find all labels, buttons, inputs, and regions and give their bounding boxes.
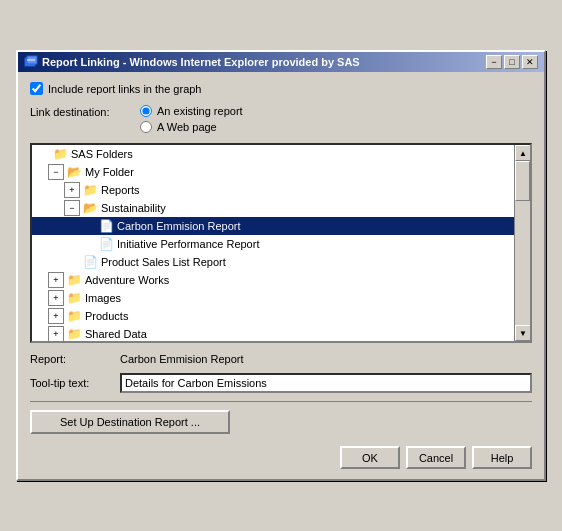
tree-item-products[interactable]: + 📁 Products [32, 307, 514, 325]
help-button[interactable]: Help [472, 446, 532, 469]
titlebar-buttons: − □ ✕ [486, 55, 538, 69]
tree-label-carbon-emmision: Carbon Emmision Report [117, 220, 241, 232]
tree-item-sas-folders[interactable]: 📁 SAS Folders [32, 145, 514, 163]
scroll-up-button[interactable]: ▲ [515, 145, 531, 161]
include-links-checkbox[interactable] [30, 82, 43, 95]
tree-label-product-sales: Product Sales List Report [101, 256, 226, 268]
tree-label-sustainability: Sustainability [101, 202, 166, 214]
radio-web-page: A Web page [140, 121, 243, 133]
expander-adventure-works[interactable]: + [48, 272, 64, 288]
folder-icon-adventure-works: 📁 [66, 272, 82, 288]
scrollbar-thumb-area [515, 161, 530, 325]
tree-item-adventure-works[interactable]: + 📁 Adventure Works [32, 271, 514, 289]
scroll-down-button[interactable]: ▼ [515, 325, 531, 341]
cancel-button[interactable]: Cancel [406, 446, 466, 469]
bottom-section: Set Up Destination Report ... OK Cancel … [30, 410, 532, 469]
tree-item-product-sales[interactable]: 📄 Product Sales List Report [32, 253, 514, 271]
report-icon-product-sales: 📄 [82, 254, 98, 270]
expander-images[interactable]: + [48, 290, 64, 306]
tree-label-products: Products [85, 310, 128, 322]
link-destination-label: Link destination: [30, 105, 140, 118]
tree-label-reports: Reports [101, 184, 140, 196]
report-row: Report: Carbon Emmision Report [30, 353, 532, 365]
expander-products[interactable]: + [48, 308, 64, 324]
dialog-window: Report Linking - Windows Internet Explor… [16, 50, 546, 481]
window-title: Report Linking - Windows Internet Explor… [42, 56, 360, 68]
radio-existing-input[interactable] [140, 105, 152, 117]
report-icon-initiative: 📄 [98, 236, 114, 252]
tree-item-shared-data[interactable]: + 📁 Shared Data [32, 325, 514, 341]
include-links-label: Include report links in the graph [48, 83, 201, 95]
tree-scroll[interactable]: 📁 SAS Folders − 📂 My Folder + 📁 Reports [32, 145, 514, 341]
tooltip-row: Tool-tip text: [30, 373, 532, 393]
tree-container: 📁 SAS Folders − 📂 My Folder + 📁 Reports [30, 143, 532, 343]
tree-item-my-folder[interactable]: − 📂 My Folder [32, 163, 514, 181]
folder-icon-products: 📁 [66, 308, 82, 324]
expander-shared-data[interactable]: + [48, 326, 64, 341]
scrollbar-thumb[interactable] [515, 161, 530, 201]
tree-item-sustainability[interactable]: − 📂 Sustainability [32, 199, 514, 217]
folder-icon-my-folder: 📂 [66, 164, 82, 180]
titlebar-left: Report Linking - Windows Internet Explor… [24, 55, 360, 69]
tree-label-adventure-works: Adventure Works [85, 274, 169, 286]
tree-item-initiative-performance[interactable]: 📄 Initiative Performance Report [32, 235, 514, 253]
radio-existing-report: An existing report [140, 105, 243, 117]
tree-item-carbon-emmision[interactable]: 📄 Carbon Emmision Report [32, 217, 514, 235]
tooltip-input[interactable] [120, 373, 532, 393]
radio-web-label: A Web page [157, 121, 217, 133]
tree-label-shared-data: Shared Data [85, 328, 147, 340]
titlebar: Report Linking - Windows Internet Explor… [18, 52, 544, 72]
folder-icon-sas: 📁 [52, 146, 68, 162]
report-value: Carbon Emmision Report [120, 353, 244, 365]
radio-web-input[interactable] [140, 121, 152, 133]
folder-icon-images: 📁 [66, 290, 82, 306]
tree-label-images: Images [85, 292, 121, 304]
setup-destination-button[interactable]: Set Up Destination Report ... [30, 410, 230, 434]
scrollbar: ▲ ▼ [514, 145, 530, 341]
close-button[interactable]: ✕ [522, 55, 538, 69]
expander-my-folder[interactable]: − [48, 164, 64, 180]
radio-options: An existing report A Web page [140, 105, 243, 133]
tree-label-sas-folders: SAS Folders [71, 148, 133, 160]
window-icon [24, 55, 38, 69]
radio-existing-label: An existing report [157, 105, 243, 117]
include-links-row: Include report links in the graph [30, 82, 532, 95]
tree-item-images[interactable]: + 📁 Images [32, 289, 514, 307]
tree-label-my-folder: My Folder [85, 166, 134, 178]
report-label: Report: [30, 353, 120, 365]
tooltip-label: Tool-tip text: [30, 377, 120, 389]
buttons-row: OK Cancel Help [30, 446, 532, 469]
expander-reports[interactable]: + [64, 182, 80, 198]
dialog-content: Include report links in the graph Link d… [18, 72, 544, 479]
tree-label-initiative-performance: Initiative Performance Report [117, 238, 259, 250]
minimize-button[interactable]: − [486, 55, 502, 69]
expander-sustainability[interactable]: − [64, 200, 80, 216]
link-destination-section: Link destination: An existing report A W… [30, 105, 532, 133]
ok-button[interactable]: OK [340, 446, 400, 469]
folder-icon-reports: 📁 [82, 182, 98, 198]
maximize-button[interactable]: □ [504, 55, 520, 69]
report-icon-carbon: 📄 [98, 218, 114, 234]
tree-item-reports[interactable]: + 📁 Reports [32, 181, 514, 199]
divider [30, 401, 532, 402]
folder-icon-sustainability: 📂 [82, 200, 98, 216]
folder-icon-shared-data: 📁 [66, 326, 82, 341]
